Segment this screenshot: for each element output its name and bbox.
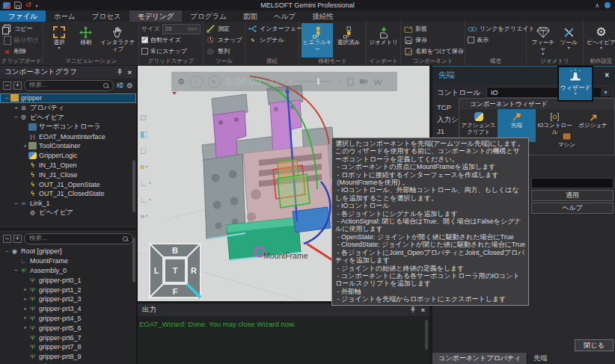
menu-item-machine[interactable]: マシン <box>548 129 586 161</box>
tree-item[interactable]: IN_J1_Open <box>0 161 136 170</box>
cube-face-left[interactable]: L <box>154 266 159 275</box>
tree-item[interactable]: gripper-prt0_1 <box>0 275 136 285</box>
close-icon[interactable]: × <box>421 306 425 314</box>
app-icon[interactable] <box>3 2 10 9</box>
delete-button[interactable]: ×削除 <box>2 46 40 57</box>
render-mode-icon[interactable]: ●▾ <box>140 212 151 220</box>
tree-item[interactable]: +gripper-prt3_4 <box>0 304 136 314</box>
behavior-button[interactable]: ⚙ ビヘイビア▾ <box>586 23 615 58</box>
tree-item[interactable]: −Assembly_0 <box>0 266 136 276</box>
navigation-cube[interactable]: B L T R F <box>148 242 202 299</box>
paste-button[interactable]: 貼り付け <box>2 34 40 46</box>
interactive-button[interactable]: インタラクティブ <box>100 23 136 58</box>
wizard-button[interactable]: ウィザード ▾ <box>557 66 593 102</box>
cube-face-right[interactable]: R <box>191 266 197 275</box>
pin-icon[interactable] <box>117 69 123 75</box>
help-button[interactable]: ヘルプ <box>531 203 614 214</box>
tree-item[interactable]: +gripper-prt9_10 <box>0 362 136 364</box>
tab-process[interactable]: プロセス <box>84 10 129 22</box>
tree-item[interactable]: −gripper <box>0 93 136 103</box>
tree-item[interactable]: +ToolContainer <box>0 141 136 151</box>
expand-all-button[interactable]: + <box>13 81 22 90</box>
import-geometry-button[interactable]: ジオメトリ <box>369 23 398 58</box>
tree-item[interactable]: +gripper-prt5_6 <box>0 323 136 333</box>
tree-item[interactable]: gripper-prt6_7 <box>0 333 136 342</box>
search-input[interactable]: 検索... <box>24 233 133 244</box>
filter-icon[interactable] <box>116 81 124 89</box>
tab-modeling[interactable]: モデリング <box>129 10 183 22</box>
pin-icon[interactable] <box>410 306 416 313</box>
feature-button[interactable]: フィーチャ▾ <box>529 23 557 58</box>
frame-axis-icon[interactable]: ∟▾ <box>140 179 151 188</box>
cube-face-back[interactable]: B <box>172 246 178 255</box>
chevron-down-icon[interactable]: ▼ <box>601 88 611 96</box>
scrollbar[interactable] <box>425 320 428 350</box>
selected-mode-button[interactable]: 選択済み <box>333 23 364 58</box>
tree-item[interactable]: OUT_J1_OpenState <box>0 179 136 189</box>
expander-icon[interactable]: − <box>4 95 10 102</box>
auto-size-checkbox[interactable]: 自動サイズ <box>141 34 201 46</box>
tree-item[interactable]: IN_J1_Close <box>0 170 136 179</box>
interface-button[interactable]: インターフェース <box>248 23 296 34</box>
cube-face-front[interactable]: F <box>173 287 178 296</box>
collapse-all-button[interactable]: − <box>3 235 11 243</box>
move-button[interactable]: 移動 <box>73 23 100 58</box>
gear-icon[interactable]: ⚙ <box>126 81 133 90</box>
select-button[interactable]: 選択▾ <box>46 23 73 58</box>
close-button[interactable]: 閉じる <box>575 339 614 351</box>
panel-splitter[interactable] <box>0 226 136 232</box>
tree-item[interactable]: サーボコントローラ <box>0 122 136 132</box>
speed-minus-button[interactable]: − <box>284 78 288 85</box>
tree-item[interactable]: gripper-prt7_8 <box>0 342 136 352</box>
expander-icon[interactable]: + <box>22 286 28 293</box>
expander-icon[interactable]: + <box>22 143 28 149</box>
cube-face-top[interactable]: T <box>173 266 178 275</box>
wireframe-cube-icon[interactable]: ◻ <box>140 146 151 155</box>
show-checkbox[interactable]: 表示 <box>468 34 524 46</box>
tab-drawing[interactable]: 図面 <box>235 10 266 22</box>
tab-component-properties[interactable]: コンポーネントプロパティ <box>432 353 527 364</box>
viewport-layout-icon[interactable]: ◧ <box>140 130 151 138</box>
expander-icon[interactable]: − <box>4 248 10 255</box>
tree-item[interactable]: ビヘイビア <box>0 209 136 218</box>
tree-item[interactable]: MountFrame <box>0 256 136 266</box>
video-icon[interactable] <box>359 78 368 84</box>
report-icon[interactable] <box>347 78 354 86</box>
expander-icon[interactable]: + <box>22 315 28 321</box>
expander-icon[interactable]: − <box>13 114 19 120</box>
close-icon[interactable]: × <box>605 71 609 79</box>
speed-plus-button[interactable]: + <box>337 78 341 85</box>
tree-item[interactable]: +プロパティ <box>0 103 136 113</box>
expander-icon[interactable]: + <box>22 306 28 312</box>
collapse-all-button[interactable]: − <box>3 81 11 90</box>
apply-button[interactable]: 適用 <box>531 190 614 201</box>
user-avatar[interactable] <box>605 2 611 8</box>
expander-icon[interactable]: + <box>13 105 19 111</box>
expander-icon[interactable]: − <box>13 200 19 207</box>
tree-item[interactable]: +gripper-prt4_5 <box>0 314 136 324</box>
tab-program[interactable]: プログラム <box>182 10 235 22</box>
always-snap-checkbox[interactable]: 常にスナップ <box>141 46 201 57</box>
tree-item[interactable]: +gripper-prt1_2 <box>0 285 136 294</box>
create-link-button[interactable]: リンクをクリエイト <box>468 23 524 34</box>
scrollbar[interactable] <box>132 238 135 283</box>
expander-icon[interactable]: + <box>22 296 28 303</box>
tree-item[interactable]: −ビヘイビア <box>0 113 136 123</box>
geometry-tool-button[interactable]: ツール▾ <box>557 23 581 58</box>
expander-icon[interactable]: + <box>22 324 28 331</box>
hierarchy-mode-button[interactable]: ヒエラルキー <box>302 23 333 58</box>
new-component-button[interactable]: 新規 <box>403 23 462 34</box>
value-field[interactable] <box>531 178 614 188</box>
tab-tip[interactable]: 先端 <box>527 353 553 364</box>
save-component-button[interactable]: 保存 <box>403 34 462 46</box>
measure-button[interactable]: 測定 <box>206 23 242 34</box>
playback-settings-gear-icon[interactable]: ⚙ <box>177 77 185 87</box>
copy-button[interactable]: コピー <box>2 23 40 34</box>
align-button[interactable]: 整列 <box>206 46 242 57</box>
tree-item[interactable]: GripperLogic <box>0 151 136 161</box>
tab-home[interactable]: ホーム <box>46 10 84 22</box>
snap-button[interactable]: スナップ <box>206 34 242 46</box>
collapse-ribbon-icon[interactable]: ∧ <box>595 2 599 9</box>
grid-size-input[interactable]: 25mm <box>162 24 201 34</box>
fit-view-icon[interactable]: ⊡ <box>140 114 151 122</box>
